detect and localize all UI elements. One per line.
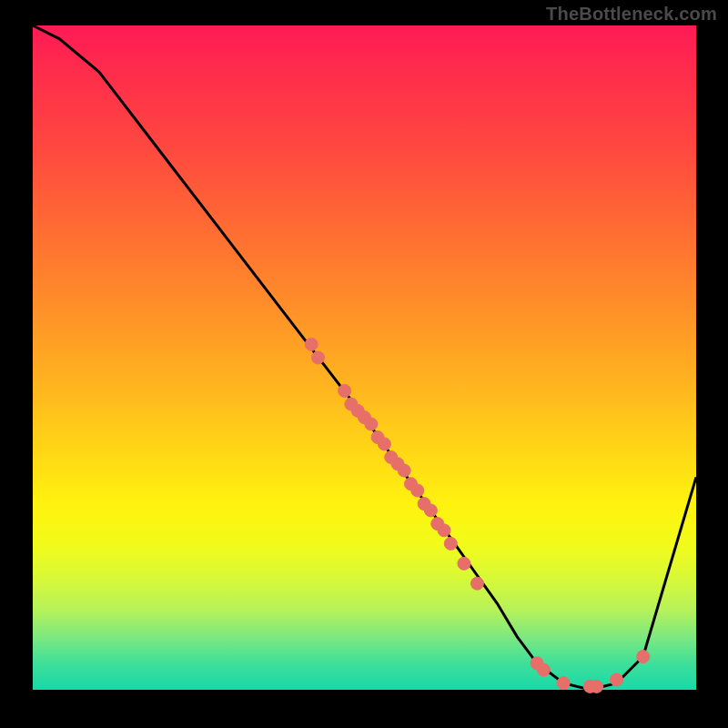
data-point — [611, 673, 623, 686]
data-point — [591, 680, 603, 693]
data-point — [637, 651, 650, 663]
chart-stage: TheBottleneck.com — [0, 0, 728, 728]
data-point — [424, 504, 437, 517]
data-point — [365, 418, 378, 430]
data-point — [557, 677, 570, 690]
data-point — [305, 338, 318, 350]
curve-svg — [33, 25, 696, 690]
bottleneck-curve — [33, 25, 696, 690]
data-point — [312, 351, 325, 364]
data-point — [444, 537, 457, 550]
data-point — [339, 385, 351, 398]
data-point — [438, 524, 450, 537]
attribution-text: TheBottleneck.com — [546, 4, 717, 25]
scatter-dots — [305, 338, 650, 693]
data-point — [378, 438, 390, 450]
data-point — [470, 577, 483, 590]
plot-area — [33, 25, 696, 690]
data-point — [537, 663, 550, 676]
data-point — [458, 557, 470, 570]
data-point — [411, 484, 424, 497]
data-point — [398, 464, 410, 477]
